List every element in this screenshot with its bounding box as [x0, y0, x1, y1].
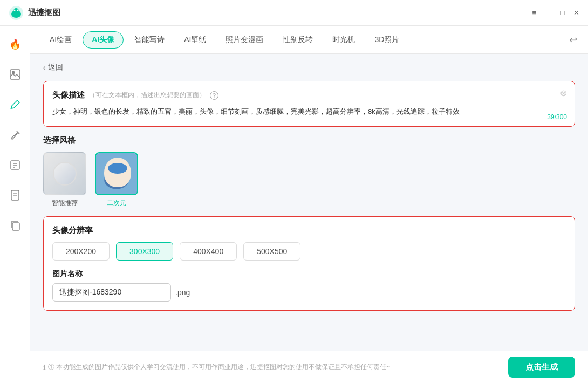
- desc-hint: （可在文本框内，描述出您想要的画面）: [89, 91, 206, 100]
- res-300[interactable]: 300X300: [116, 242, 173, 261]
- img-name-label: 图片名称: [52, 269, 566, 279]
- style-item-anime[interactable]: 二次元: [95, 152, 138, 208]
- main-content: AI绘画 AI头像 智能写诗 AI壁纸 照片变漫画 性别反转 时光机 3D照片 …: [30, 26, 588, 383]
- sidebar-item-image[interactable]: [5, 65, 25, 84]
- style-thumb-smart: [43, 152, 86, 195]
- svg-point-18: [111, 167, 115, 173]
- svg-point-21: [120, 168, 122, 172]
- svg-point-4: [17, 9, 19, 11]
- footer: ℹ ① 本功能生成的图片作品仅供个人学习交流使用，不可用作商业用途，迅捷抠图对您…: [30, 351, 588, 383]
- svg-point-16: [104, 170, 129, 189]
- app-body: 🔥: [0, 26, 588, 383]
- style-grid: 智能推荐: [43, 152, 575, 208]
- desc-content[interactable]: 少女，神明，银色的长发，精致的五官，美丽，头像，细节刻画，质感细腻，完美光影，超…: [52, 106, 566, 118]
- style-title: 选择风格: [43, 135, 575, 146]
- style-item-smart[interactable]: 智能推荐: [43, 152, 86, 208]
- svg-rect-14: [12, 223, 19, 230]
- tab-ai-wallpaper[interactable]: AI壁纸: [175, 32, 215, 48]
- desc-help-icon[interactable]: ?: [210, 91, 218, 100]
- back-label: 返回: [48, 63, 63, 72]
- back-button[interactable]: ‹ 返回: [43, 63, 63, 72]
- resolution-title: 头像分辨率: [52, 225, 566, 236]
- sidebar-item-brush[interactable]: [5, 95, 25, 114]
- description-box: 头像描述 （可在文本框内，描述出您想要的画面） ? 少女，神明，银色的长发，精致…: [43, 81, 575, 127]
- notice-text: ① 本功能生成的图片作品仅供个人学习交流使用，不可用作商业用途，迅捷抠图对您的使…: [48, 363, 390, 372]
- style-section: 选择风格 智能推荐: [43, 135, 575, 208]
- tab-back-icon[interactable]: ↩: [569, 34, 577, 46]
- res-500[interactable]: 500X500: [243, 242, 300, 261]
- minimize-icon[interactable]: —: [545, 9, 552, 17]
- style-thumb-anime: [95, 152, 138, 195]
- svg-point-19: [119, 167, 123, 173]
- style-label-anime: 二次元: [107, 199, 126, 208]
- notice-info-icon: ℹ: [43, 364, 46, 371]
- tab-gender-flip[interactable]: 性别反转: [274, 32, 322, 48]
- sidebar-item-document[interactable]: [5, 186, 25, 205]
- tab-ai-paint[interactable]: AI绘画: [41, 32, 80, 48]
- img-name-row: .png: [52, 283, 566, 302]
- resolution-box: 头像分辨率 200X200 300X300 400X400 500X500 图片…: [43, 216, 575, 311]
- desc-header: 头像描述 （可在文本框内，描述出您想要的画面） ?: [52, 90, 566, 100]
- desc-title: 头像描述: [52, 90, 85, 100]
- svg-point-20: [112, 168, 114, 172]
- window-controls[interactable]: ≡ — □ ✕: [532, 9, 579, 17]
- res-200[interactable]: 200X200: [52, 242, 110, 261]
- tab-photo-cartoon[interactable]: 照片变漫画: [217, 32, 272, 48]
- sidebar-item-wrench[interactable]: [5, 125, 25, 145]
- sidebar-item-copy[interactable]: [5, 216, 25, 235]
- desc-counter: 39/300: [547, 113, 567, 121]
- content-area: ‹ 返回 头像描述 （可在文本框内，描述出您想要的画面） ? 少女，神明，银色的…: [30, 54, 588, 351]
- close-icon[interactable]: ✕: [573, 9, 579, 17]
- anime-face-art: [96, 153, 137, 194]
- svg-point-17: [108, 162, 125, 180]
- resolution-options: 200X200 300X300 400X400 500X500: [52, 242, 566, 261]
- footer-notice: ℹ ① 本功能生成的图片作品仅供个人学习交流使用，不可用作商业用途，迅捷抠图对您…: [43, 363, 390, 372]
- desc-clear-icon[interactable]: ⊗: [560, 88, 567, 98]
- svg-rect-11: [11, 190, 19, 200]
- app-logo: [9, 5, 24, 20]
- title-bar: 迅捷抠图 ≡ — □ ✕: [0, 0, 588, 26]
- generate-button[interactable]: 点击生成: [508, 357, 575, 378]
- sidebar-item-edit[interactable]: [5, 155, 25, 175]
- app-title: 迅捷抠图: [28, 8, 60, 18]
- svg-rect-6: [12, 71, 15, 74]
- tab-time-machine[interactable]: 时光机: [324, 32, 364, 48]
- sidebar-item-flame[interactable]: 🔥: [5, 35, 25, 54]
- svg-rect-5: [10, 70, 20, 79]
- sidebar: 🔥: [0, 26, 30, 383]
- tab-ai-portrait[interactable]: AI头像: [83, 31, 124, 49]
- menu-icon[interactable]: ≡: [532, 9, 537, 17]
- back-chevron-icon: ‹: [43, 63, 46, 72]
- svg-point-3: [14, 9, 16, 11]
- img-name-ext: .png: [175, 288, 190, 297]
- tab-bar: AI绘画 AI头像 智能写诗 AI壁纸 照片变漫画 性别反转 时光机 3D照片 …: [30, 26, 588, 54]
- tab-3d-photo[interactable]: 3D照片: [366, 32, 408, 48]
- img-name-input[interactable]: [52, 283, 171, 302]
- maximize-icon[interactable]: □: [560, 9, 565, 17]
- res-400[interactable]: 400X400: [180, 242, 237, 261]
- tab-ai-poem[interactable]: 智能写诗: [126, 32, 173, 48]
- style-label-smart: 智能推荐: [52, 199, 78, 208]
